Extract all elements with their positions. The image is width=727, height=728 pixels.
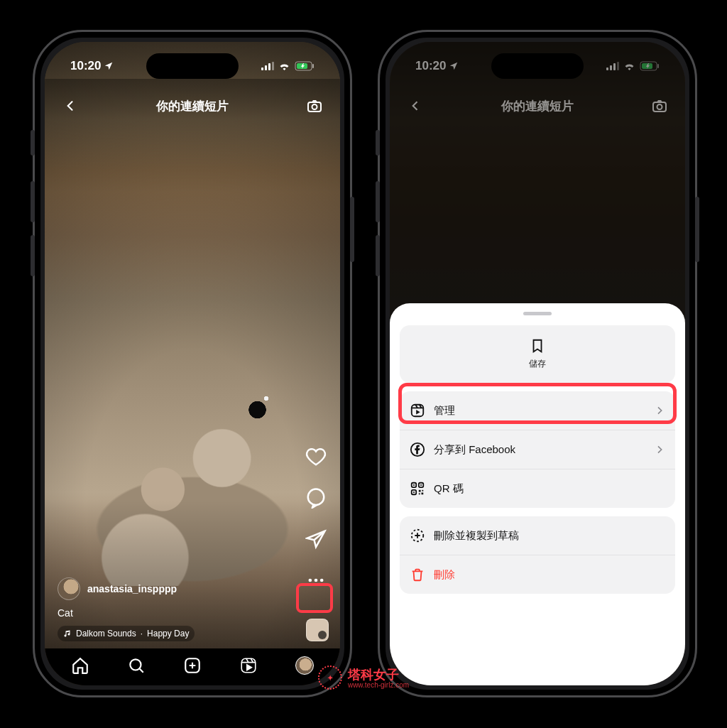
sheet-manage[interactable]: 管理 <box>400 391 675 430</box>
user-avatar[interactable] <box>58 577 80 600</box>
svg-rect-6 <box>312 64 314 68</box>
svg-rect-3 <box>272 62 274 70</box>
highlight-more-button <box>296 583 333 613</box>
svg-rect-1 <box>265 65 267 70</box>
sheet-delete[interactable]: 刪除 <box>400 555 675 594</box>
sheet-group-1: 管理 分享到 Facebook QR 碼 <box>400 391 675 508</box>
share-button[interactable] <box>303 526 329 552</box>
watermark-badge-icon: ✦ <box>318 665 342 690</box>
side-button <box>350 197 354 262</box>
watermark-site: www.tech-girlz.com <box>348 681 409 689</box>
phone-right: 10:20 你的連續短片 儲存 <box>378 30 697 697</box>
svg-point-8 <box>312 104 317 109</box>
camera-button[interactable] <box>648 94 671 117</box>
wifi-icon <box>278 62 290 70</box>
dynamic-island <box>491 53 584 79</box>
nav-create[interactable] <box>180 653 204 678</box>
watermark-brand: 塔科女子 <box>348 668 399 682</box>
screen: 10:20 你的連續短片 儲存 <box>390 42 685 685</box>
sheet-qr[interactable]: QR 碼 <box>400 469 675 508</box>
sheet-share-fb-label: 分享到 Facebook <box>434 443 645 457</box>
add-dashed-icon <box>410 528 425 543</box>
sheet-draft-label: 刪除並複製到草稿 <box>434 529 665 543</box>
app-header: 你的連續短片 <box>45 90 340 121</box>
svg-point-24 <box>657 104 662 109</box>
trash-icon <box>410 567 425 582</box>
svg-rect-31 <box>420 484 422 486</box>
reels-manage-icon <box>410 403 425 418</box>
sheet-delete-label: 刪除 <box>434 568 665 582</box>
phone-left: 10:20 你的連續短片 <box>33 30 352 697</box>
side-button <box>376 181 380 222</box>
reel-music[interactable]: Dalkom Sounds · Happy Day <box>58 626 195 641</box>
svg-rect-2 <box>268 63 270 70</box>
svg-rect-7 <box>308 102 321 112</box>
camera-button[interactable] <box>303 94 326 117</box>
svg-rect-18 <box>613 63 616 70</box>
sheet-group-2: 刪除並複製到草稿 刪除 <box>400 516 675 594</box>
svg-point-13 <box>130 659 141 670</box>
page-title: 你的連續短片 <box>82 98 303 114</box>
dynamic-island <box>146 53 239 79</box>
svg-point-12 <box>320 579 324 582</box>
svg-rect-23 <box>653 102 666 112</box>
nav-reels[interactable] <box>236 653 261 678</box>
signal-icon <box>261 62 274 70</box>
sheet-save[interactable]: 儲存 <box>400 325 675 383</box>
status-time: 10:20 <box>70 59 101 73</box>
signal-icon <box>606 62 619 70</box>
battery-icon <box>640 61 660 71</box>
profile-avatar[interactable] <box>295 656 314 675</box>
svg-rect-32 <box>413 491 415 493</box>
side-button <box>31 181 35 222</box>
location-icon <box>104 61 114 71</box>
svg-rect-16 <box>606 67 608 70</box>
svg-rect-35 <box>419 493 420 494</box>
sound-thumbnail[interactable] <box>306 619 329 641</box>
chevron-right-icon <box>654 444 665 455</box>
music-artist: Dalkom Sounds <box>76 629 136 639</box>
music-title: Happy Day <box>147 629 189 639</box>
nav-search[interactable] <box>124 653 148 678</box>
sheet-save-label: 儲存 <box>529 358 546 370</box>
location-icon <box>449 61 459 71</box>
side-button <box>31 235 35 276</box>
reel-action-rail <box>303 444 329 593</box>
like-button[interactable] <box>303 444 329 469</box>
svg-rect-0 <box>261 67 263 70</box>
svg-point-10 <box>309 579 312 582</box>
sheet-share-facebook[interactable]: 分享到 Facebook <box>400 430 675 469</box>
sheet-delete-draft[interactable]: 刪除並複製到草稿 <box>400 516 675 555</box>
sheet-grabber[interactable] <box>523 312 552 315</box>
svg-point-11 <box>315 579 318 582</box>
page-title: 你的連續短片 <box>427 98 648 114</box>
svg-rect-34 <box>422 490 423 491</box>
bottom-nav <box>45 648 340 685</box>
username[interactable]: anastasia_inspppp <box>87 583 177 594</box>
reel-caption: Cat <box>58 607 276 619</box>
back-button[interactable] <box>404 94 427 117</box>
side-button <box>376 130 380 156</box>
svg-rect-25 <box>412 405 424 417</box>
reel-user[interactable]: anastasia_inspppp <box>58 577 276 600</box>
chevron-right-icon <box>654 405 665 416</box>
side-button <box>31 130 35 156</box>
svg-rect-19 <box>617 62 619 70</box>
nav-home[interactable] <box>68 653 92 678</box>
reel-info: anastasia_inspppp Cat Dalkom Sounds · Ha… <box>58 577 276 641</box>
nav-profile[interactable] <box>293 653 317 678</box>
music-icon <box>63 629 72 638</box>
action-sheet: 儲存 管理 分享到 Facebook QR 碼 <box>390 303 685 685</box>
battery-icon <box>295 61 315 71</box>
svg-rect-36 <box>422 493 424 495</box>
facebook-icon <box>410 442 425 457</box>
comment-button[interactable] <box>303 485 329 511</box>
svg-rect-30 <box>413 484 415 486</box>
bookmark-icon <box>530 338 545 354</box>
svg-rect-33 <box>419 490 421 492</box>
svg-rect-22 <box>657 64 659 68</box>
side-button <box>376 235 380 276</box>
qr-icon <box>410 481 425 496</box>
back-button[interactable] <box>59 94 82 117</box>
watermark: ✦ 塔科女子 www.tech-girlz.com <box>318 665 409 690</box>
